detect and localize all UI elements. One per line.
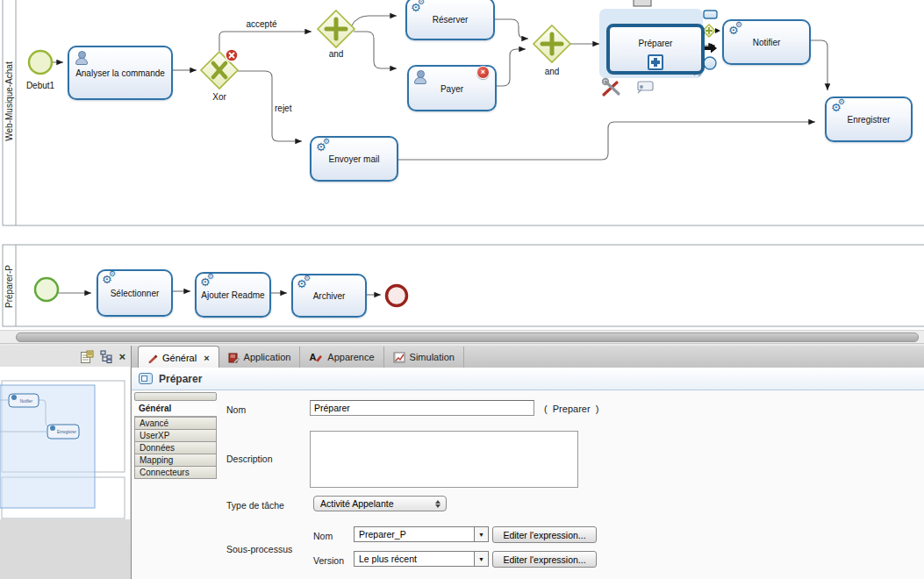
palette-add-event-icon[interactable] [704, 57, 716, 69]
overview-minimap[interactable]: Notifier Enregistrer [0, 367, 130, 519]
task-preparer-selected[interactable]: Préparer [606, 24, 705, 75]
tab-close-icon[interactable]: × [204, 353, 209, 363]
menu-item-userxp[interactable]: UserXP [134, 429, 217, 442]
scrollbar-thumb[interactable] [16, 332, 919, 342]
tab-application[interactable]: Application [219, 347, 301, 368]
combo-dropdown-icon[interactable]: ▼ [474, 552, 488, 566]
select-up-down-icon [435, 500, 441, 508]
menu-item-general[interactable]: Général [134, 403, 217, 417]
combo-dropdown-icon[interactable]: ▼ [474, 527, 488, 541]
task-reserver[interactable]: ⚙⚙ Réserver [405, 0, 495, 40]
task-ajouter-readme[interactable]: ⚙⚙ Ajouter Readme [195, 272, 271, 318]
tab-simulation[interactable]: Simulation [384, 347, 464, 368]
gateway-and2[interactable] [534, 25, 570, 62]
properties-header: Préparer [132, 368, 924, 390]
task-archiver[interactable]: ⚙⚙ Archiver [291, 274, 367, 318]
overview-panel: × Notifier Enregistrer [0, 346, 132, 579]
error-badge-payer: × [476, 66, 490, 79]
task-analyser[interactable]: Analyser la commande [68, 46, 173, 100]
palette-add-task-icon[interactable] [704, 11, 717, 18]
minimap-label-enregistrer: Enregistrer [57, 430, 77, 434]
menu-spacer [134, 392, 217, 401]
diagram-horizontal-scrollbar[interactable] [0, 330, 924, 343]
flow-and1-reserver [352, 16, 397, 25]
pencil-icon [147, 353, 158, 363]
human-task-icon [413, 70, 427, 83]
palette-add-flow-icon[interactable] [704, 44, 717, 54]
label-debut1: Debut1 [14, 81, 67, 90]
label-rejet: rejet [275, 104, 291, 113]
description-textarea[interactable] [310, 431, 578, 488]
sous-processus-label: Sous-processus [226, 544, 292, 554]
flow-envoyer-enregistrer [395, 122, 815, 160]
outline-document-icon[interactable] [80, 350, 94, 364]
service-task-icon: ⚙⚙ [102, 274, 119, 288]
label-accepte: accepté [237, 19, 286, 29]
gateway-and1[interactable] [318, 11, 355, 47]
properties-panel: × Notifier Enregistrer [0, 346, 924, 579]
nom-label: Nom [226, 404, 246, 415]
error-badge-xor [226, 49, 238, 61]
description-label: Description [226, 454, 273, 464]
menu-item-donnees[interactable]: Données [134, 441, 217, 454]
task-enregistrer[interactable]: ⚙⚙ Enregistrer [825, 96, 913, 142]
minimap-label-notifier: Notifier [20, 399, 33, 404]
properties-title: Préparer [159, 373, 202, 385]
annotation-icon[interactable] [638, 82, 653, 93]
pool-label-web-musique-achat: Web-Musique-Achat [4, 54, 14, 150]
tab-general[interactable]: Général × [138, 346, 219, 368]
flow-xor-and1 [219, 32, 312, 51]
sub-nom-label: Nom [313, 531, 333, 541]
properties-menu: Général Avancé UserXP Données Mapping Co… [134, 392, 217, 479]
tab-apparence[interactable]: A Apparence [300, 347, 383, 368]
type-tache-label: Type de tâche [226, 500, 284, 511]
palette-add-gateway-icon[interactable] [703, 25, 720, 37]
label-and2: and [531, 67, 573, 76]
application-icon [228, 352, 240, 363]
flow-reserver-and2 [491, 19, 528, 39]
type-tache-select[interactable]: Activité Appelante [313, 496, 447, 511]
menu-item-connecteurs[interactable]: Connecteurs [134, 466, 217, 479]
chart-icon [393, 352, 405, 363]
call-activity-icon [139, 373, 153, 384]
outline-tree-icon[interactable] [100, 350, 112, 363]
end-event-preparer-p[interactable] [387, 286, 407, 306]
properties-tabbar: Général × Application A Apparence [132, 346, 924, 368]
label-and1: and [315, 49, 357, 59]
task-notifier[interactable]: ⚙⚙ Notifier [722, 19, 811, 65]
edit-expression-version-button[interactable]: Editer l'expression... [492, 551, 597, 568]
nom-readonly-id: ( Preparer ) [544, 404, 598, 414]
bonita-studio-window: Web-Musique-Achat Préparer-P Analyser la… [0, 0, 924, 579]
subprocess-plus-icon[interactable] [648, 54, 663, 70]
sub-nom-combo[interactable]: Preparer_P ▼ [354, 526, 489, 542]
edit-expression-nom-button[interactable]: Editer l'expression... [492, 526, 597, 543]
overview-close-icon[interactable]: × [118, 351, 125, 362]
start-event-preparer-p[interactable] [35, 278, 58, 301]
start-event-debut1[interactable] [29, 51, 52, 74]
task-selectionner[interactable]: ⚙⚙ Sélectionner [97, 269, 173, 317]
pool-label-preparer-p: Préparer-P [4, 261, 14, 313]
menu-item-mapping[interactable]: Mapping [134, 454, 217, 467]
flow-and1-payer [354, 32, 397, 68]
red-pencil-icon [315, 353, 323, 362]
task-envoyer-mail[interactable]: ⚙⚙ Envoyer mail [310, 136, 398, 182]
clipped-toolbar-icon[interactable] [634, 0, 651, 6]
service-task-icon: ⚙⚙ [200, 276, 218, 290]
human-task-icon [75, 51, 89, 64]
overview-footer [0, 519, 130, 579]
flow-xor-envoyer [238, 71, 302, 141]
flow-payer-and2 [493, 49, 526, 86]
sub-version-combo[interactable]: Le plus récent ▼ [354, 551, 489, 567]
sub-version-label: Version [313, 555, 344, 566]
menu-item-avance[interactable]: Avancé [134, 417, 217, 430]
nom-input[interactable] [310, 400, 534, 416]
label-xor: Xor [201, 92, 238, 102]
connectors-wrench-icon[interactable] [603, 79, 619, 95]
